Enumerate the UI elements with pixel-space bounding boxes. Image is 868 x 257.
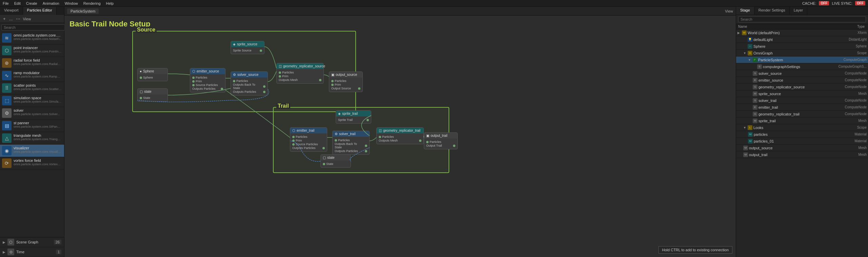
scene-graph-item[interactable]: ▶ ⬡ Scene Graph 26 <box>0 237 64 247</box>
stage-tree: ▶ W World (defaultPrim) Xform 💡 defaultL… <box>736 29 868 257</box>
node-icon: ⬡ <box>292 129 295 132</box>
tree-item-emitter-source[interactable]: E emitter_source ComputeNode <box>736 77 868 84</box>
time-icon: ⊙ <box>7 249 14 255</box>
list-item[interactable]: ⬚ simulation space omni.particle.system.… <box>0 94 64 107</box>
time-item[interactable]: ▶ ⊙ Time 1 <box>0 247 64 257</box>
tree-item-particles-01[interactable]: M particles_01 Material <box>736 138 868 145</box>
dots-btn[interactable]: ... <box>8 16 14 22</box>
port-out-label: Outputs Particles <box>335 149 358 153</box>
tree-item-geo-rep-trail[interactable]: G geometry_replicator_trail ComputeNode <box>736 111 868 117</box>
menu-edit[interactable]: Edit <box>14 1 21 5</box>
sprite-trail-node[interactable]: ◈ sprite_trail Sprite Trail <box>336 110 371 124</box>
tree-item-sphere[interactable]: ○ Sphere Sphere <box>736 43 868 50</box>
layer-tab[interactable]: Layer <box>790 7 808 15</box>
canvas-body[interactable]: Basic Trail Node Setup Source Trail ● Sp… <box>64 16 736 257</box>
ramp-modulator-icon: ∿ <box>2 71 12 80</box>
port-in <box>323 163 325 165</box>
add-btn[interactable]: + <box>2 16 7 22</box>
settings-icon: S <box>757 64 762 69</box>
radial-force-field-icon: ⊛ <box>2 58 12 68</box>
item-path: omni.particle.system.core.VortexFi... <box>14 163 62 166</box>
port-in <box>279 75 281 78</box>
menu-file[interactable]: File <box>3 1 9 5</box>
node-label: state <box>327 156 335 159</box>
emitter-source-node[interactable]: ⬡ emitter_source Particles Prim Source P… <box>190 68 225 92</box>
solver-trail-node[interactable]: ⚙ solver_trail Particles Outputs Back To… <box>332 131 370 155</box>
output-source-node[interactable]: ▣ output_source Particles Prim Output So… <box>329 71 363 92</box>
render-settings-tab[interactable]: Render Settings <box>754 7 790 15</box>
list-item[interactable]: ⠿ scatter points omni.particle.system.co… <box>0 82 64 94</box>
list-item[interactable]: ≋ omni.particle.system.core.noiseFi... o… <box>0 32 64 44</box>
tree-item-solver-trail[interactable]: S solver_trail ComputeNode <box>736 97 868 104</box>
list-item[interactable]: ⊛ radial force field omni.particle.syste… <box>0 57 64 69</box>
view-button[interactable]: View <box>725 9 733 13</box>
tree-item-emitter-trail[interactable]: E emitter_trail ComputeNode <box>736 104 868 111</box>
node-label: solver_source <box>237 73 258 77</box>
tree-label: World (defaultPrim) <box>748 31 856 35</box>
tree-item-particles[interactable]: M particles Material <box>736 131 868 138</box>
tree-item-looks[interactable]: ▼ L Looks Scope <box>736 124 868 131</box>
stage-tab[interactable]: Stage <box>736 7 754 15</box>
port-label: Source Particles <box>196 83 218 87</box>
list-item[interactable]: ∿ ramp modulator omni.particle.system.co… <box>0 69 64 82</box>
emitter-trail-node[interactable]: ⬡ emitter_trail Particles Prim Source Pa… <box>290 127 327 152</box>
tree-type: Mesh <box>859 153 867 156</box>
view-label[interactable]: View <box>23 17 31 21</box>
list-item[interactable]: ⬡ point instancer omni.particle.system.c… <box>0 44 64 57</box>
menu-animation[interactable]: Animation <box>43 1 59 5</box>
time-label: Time <box>16 250 54 254</box>
geometry-replicator-source-node[interactable]: ◫ geometry_replicator_source Particles P… <box>276 63 324 84</box>
port-label: Particles <box>382 135 394 138</box>
output-trail-node[interactable]: ▣ output_trail Particles Output Trail <box>424 132 458 149</box>
tree-item-computegraph-settings[interactable]: S computegraphSettings ComputeGraphS... <box>736 63 868 70</box>
node-icon: ◫ <box>379 129 382 132</box>
canvas-tab[interactable]: ParticleSystem <box>67 8 99 14</box>
light-icon: 💡 <box>748 37 752 42</box>
tree-type: ComputeNode <box>845 78 867 82</box>
port-out <box>260 49 262 52</box>
sprite-source-node[interactable]: ◈ sprite_source Sprite Source <box>231 41 264 54</box>
visualizer-icon: ◉ <box>2 146 12 155</box>
tree-label: defaultLight <box>753 38 848 42</box>
tree-item-particle-system[interactable]: ▼ P ParticleSystem ComputeGraph <box>736 57 868 63</box>
tree-type: Sphere <box>856 44 867 48</box>
tree-item-world[interactable]: ▶ W World (defaultPrim) Xform <box>736 29 868 36</box>
tree-item-sprite-trail[interactable]: M sprite_trail Mesh <box>736 117 868 124</box>
tree-label: particles_01 <box>754 139 853 143</box>
list-item[interactable]: ⚙ solver omni.particle.system.core.Solve… <box>0 107 64 120</box>
menu-rendering[interactable]: Rendering <box>83 1 101 5</box>
list-item[interactable]: △ triangulate mesh omni.particle.system.… <box>0 132 64 145</box>
state-trail-node[interactable]: ▢ state State <box>320 154 351 168</box>
sidebar-toolbar: + ... ⋯ View <box>0 15 64 23</box>
port-label: Particles <box>196 76 208 79</box>
port-out <box>221 88 223 90</box>
tree-item-sprite-source[interactable]: M sprite_source Mesh <box>736 90 868 97</box>
tree-item-geo-rep-source[interactable]: G geometry_replicator_source ComputeNode <box>736 84 868 90</box>
emitter-trail-icon: E <box>753 105 757 110</box>
state-source-node[interactable]: ▢ state State <box>137 88 168 102</box>
tree-label: geometry_replicator_trail <box>758 112 844 116</box>
tree-item-output-source[interactable]: M output_source Mesh <box>736 145 868 151</box>
tree-item-default-light[interactable]: 💡 defaultLight DistantLight <box>736 36 868 43</box>
geometry-replicator-trail-node[interactable]: ◫ geometry_replicator_trail Particles Ou… <box>376 127 424 144</box>
menu-help[interactable]: Help <box>106 1 114 5</box>
sidebar-tab-particles-editor[interactable]: Particles Editor <box>23 7 57 15</box>
sidebar-tab-viewport[interactable]: Viewport <box>0 7 23 15</box>
solver-source-node[interactable]: ⚙ solver_source Particles Outputs Back T… <box>231 71 268 95</box>
menu-create[interactable]: Create <box>26 1 37 5</box>
list-item[interactable]: ▤ st panner omni.particle.system.core.St… <box>0 120 64 132</box>
sidebar-search-input[interactable] <box>1 24 65 30</box>
node-icon: ◈ <box>338 112 341 115</box>
tree-item-output-trail[interactable]: M output_trail Mesh <box>736 151 868 158</box>
port-out <box>322 147 325 149</box>
menu-window[interactable]: Window <box>65 1 78 5</box>
sphere-node[interactable]: ● Sphere Sphere <box>137 68 168 81</box>
stage-search-input[interactable] <box>738 16 866 22</box>
tree-item-solver-source[interactable]: S solver_source ComputeNode <box>736 70 868 77</box>
more-btn[interactable]: ⋯ <box>15 16 21 22</box>
tree-item-omnigraph[interactable]: ▼ G OmniGraph Scope <box>736 50 868 57</box>
list-item[interactable]: ⟳ vortex force field omni.particle.syste… <box>0 157 64 170</box>
list-item[interactable]: ◉ visualizer omni.particle.system.core.V… <box>0 145 64 157</box>
geo-rep-source-icon: G <box>753 85 757 89</box>
port-label: Prim <box>335 83 341 86</box>
